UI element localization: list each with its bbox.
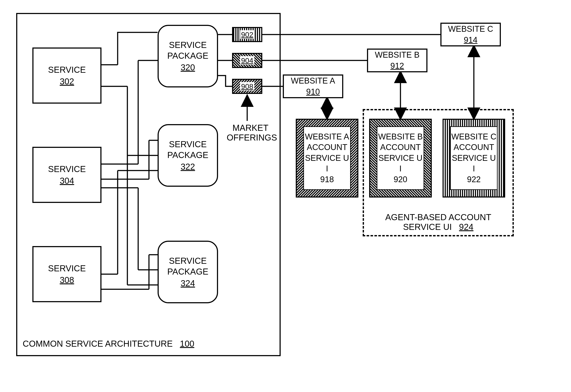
architecture-label-text: COMMON SERVICE ARCHITECTURE xyxy=(23,339,173,348)
website-b: WEBSITE B 912 xyxy=(367,49,428,72)
architecture-label: COMMON SERVICE ARCHITECTURE 100 xyxy=(23,339,194,349)
market-offerings-l2: OFFERINGS xyxy=(227,133,274,142)
offering-908: 908 xyxy=(232,79,262,94)
offering-904: 904 xyxy=(232,53,262,68)
market-offerings-label: MARKET OFFERINGS xyxy=(227,123,274,142)
ui-ref: 918 xyxy=(320,174,334,185)
package-ref: 324 xyxy=(181,278,195,289)
package-label-2: PACKAGE xyxy=(167,50,208,61)
service-label: SERVICE xyxy=(48,64,86,75)
package-ref: 322 xyxy=(181,161,195,172)
ui-918: WEBSITE A ACCOUNT SERVICE U I 918 xyxy=(296,119,358,197)
ui-l1: WEBSITE A xyxy=(305,131,349,142)
package-label-1: SERVICE xyxy=(169,255,207,266)
agent-box: AGENT-BASED ACCOUNT SERVICE UI 924 xyxy=(363,109,514,236)
package-label-1: SERVICE xyxy=(169,40,207,50)
website-label: WEBSITE A xyxy=(291,76,335,86)
diagram-canvas: COMMON SERVICE ARCHITECTURE 100 SERVICE … xyxy=(0,0,571,392)
website-label: WEBSITE B xyxy=(375,50,420,60)
package-324: SERVICE PACKAGE 324 xyxy=(157,241,218,303)
website-ref: 912 xyxy=(390,61,404,71)
agent-l2: SERVICE UI xyxy=(403,222,452,232)
package-ref: 320 xyxy=(181,62,195,73)
website-a: WEBSITE A 910 xyxy=(283,74,343,98)
service-304: SERVICE 304 xyxy=(32,147,101,203)
service-308: SERVICE 308 xyxy=(32,246,101,302)
package-label-2: PACKAGE xyxy=(167,266,208,277)
package-322: SERVICE PACKAGE 322 xyxy=(157,124,218,187)
website-ref: 910 xyxy=(306,87,320,97)
service-label: SERVICE xyxy=(48,164,86,174)
agent-l1: AGENT-BASED ACCOUNT xyxy=(385,212,491,222)
website-label: WEBSITE C xyxy=(448,24,493,34)
package-label-2: PACKAGE xyxy=(167,150,208,160)
offering-ref: 902 xyxy=(241,30,254,39)
package-320: SERVICE PACKAGE 320 xyxy=(157,25,218,87)
market-offerings-l1: MARKET xyxy=(227,123,274,133)
package-label-1: SERVICE xyxy=(169,139,207,150)
service-ref: 302 xyxy=(60,76,74,87)
offering-902: 902 xyxy=(232,27,262,42)
offering-ref: 904 xyxy=(241,56,254,65)
service-ref: 304 xyxy=(60,175,74,186)
service-label: SERVICE xyxy=(48,263,86,274)
ui-l2: ACCOUNT xyxy=(307,142,347,153)
service-ref: 308 xyxy=(60,275,74,285)
website-ref: 914 xyxy=(464,35,477,45)
agent-ref: 924 xyxy=(459,222,473,232)
ui-l3: SERVICE U I xyxy=(304,153,350,174)
architecture-ref: 100 xyxy=(180,339,194,348)
service-302: SERVICE 302 xyxy=(32,47,101,104)
website-c: WEBSITE C 914 xyxy=(440,23,501,46)
offering-ref: 908 xyxy=(241,82,254,91)
